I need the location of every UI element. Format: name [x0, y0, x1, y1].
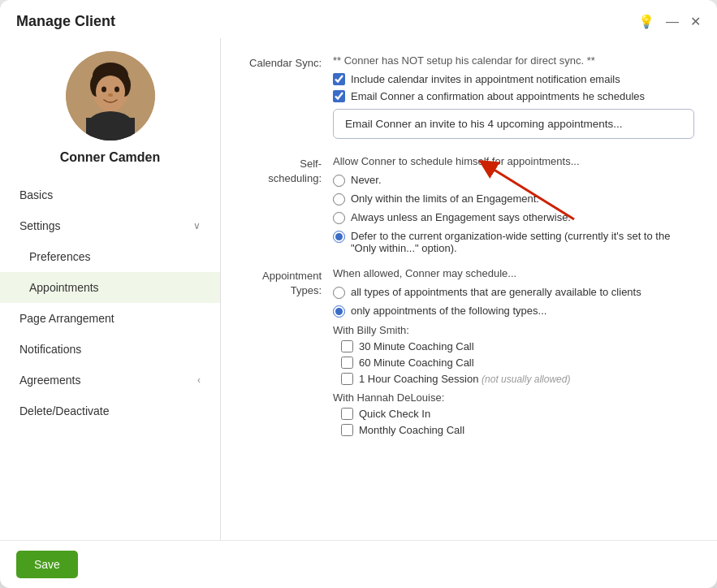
window-controls: 💡 — ✕: [638, 14, 701, 29]
at-option-only: only appointments of the following types…: [333, 305, 694, 318]
ss-option-always: Always unless an Engagement says otherwi…: [333, 211, 694, 224]
calendar-checkbox-row-2: Email Conner a confirmation about appoin…: [333, 90, 694, 102]
title-bar: Manage Client 💡 — ✕: [0, 0, 717, 38]
avatar: [66, 51, 155, 141]
at-all-label: all types of appointments that are gener…: [351, 286, 641, 298]
svg-point-8: [108, 93, 113, 97]
ss-always-label: Always unless an Engagement says otherwi…: [351, 211, 571, 223]
appt-1hour-label: 1 Hour Coaching Session (not usually all…: [359, 373, 570, 385]
sidebar-item-settings[interactable]: Settings ∨: [0, 210, 220, 241]
sidebar-item-basics-label: Basics: [19, 188, 53, 201]
appt-group-hannah: With Hannah DeLouise: Quick Check In Mon…: [333, 391, 694, 436]
appt-30min-checkbox[interactable]: [341, 340, 353, 352]
modal-body: Conner Camden Basics Settings ∨ Preferen…: [0, 38, 717, 540]
appt-item-60min: 60 Minute Coaching Call: [341, 357, 694, 369]
sidebar-item-basics[interactable]: Basics: [0, 179, 220, 210]
include-calendar-invites-checkbox[interactable]: [333, 73, 345, 85]
ss-always-radio[interactable]: [333, 212, 345, 224]
appt-60min-label: 60 Minute Coaching Call: [359, 357, 474, 369]
sidebar-item-agreements-label: Agreements: [19, 374, 80, 387]
main-content: Calendar Sync: ** Conner has NOT setup h…: [221, 38, 717, 540]
ss-within-radio[interactable]: [333, 193, 345, 205]
at-option-all: all types of appointments that are gener…: [333, 286, 694, 299]
include-calendar-invites-label: Include calendar invites in appointment …: [351, 73, 620, 85]
chevron-down-icon: ∨: [193, 220, 201, 231]
modal-footer: Save: [0, 540, 717, 588]
appt-1hour-checkbox[interactable]: [341, 373, 353, 385]
at-all-radio[interactable]: [333, 287, 345, 299]
sidebar-item-notifications[interactable]: Notifications: [0, 334, 220, 365]
ss-defer-label: Defer to the current organization-wide s…: [351, 230, 694, 254]
appt-item-quick-check-in: Quick Check In: [341, 408, 694, 420]
svg-point-5: [96, 76, 125, 108]
ss-option-within: Only within the limits of an Engagement.: [333, 192, 694, 205]
chevron-left-icon: ‹: [197, 374, 201, 386]
appt-item-monthly: Monthly Coaching Call: [341, 424, 694, 436]
self-scheduling-row: Self-scheduling: Allow Conner to schedul…: [244, 155, 694, 254]
sidebar: Conner Camden Basics Settings ∨ Preferen…: [0, 38, 221, 540]
email-confirmation-checkbox[interactable]: [333, 90, 345, 102]
at-only-radio[interactable]: [333, 305, 345, 318]
self-scheduling-label: Self-scheduling:: [244, 155, 333, 186]
client-name: Conner Camden: [60, 150, 161, 165]
sidebar-item-page-arrangement-label: Page Arrangement: [19, 312, 114, 325]
appointment-type-options: all types of appointments that are gener…: [333, 286, 694, 318]
self-scheduling-desc: Allow Conner to schedule himself for app…: [333, 155, 694, 167]
sidebar-item-settings-label: Settings: [19, 219, 61, 232]
ss-never-label: Never.: [351, 174, 382, 186]
calendar-sync-row: Calendar Sync: ** Conner has NOT setup h…: [244, 54, 694, 142]
appt-group-hannah-label: With Hannah DeLouise:: [333, 391, 694, 404]
minimize-icon[interactable]: —: [666, 15, 679, 29]
svg-rect-11: [86, 118, 135, 141]
appt-quick-check-in-label: Quick Check In: [359, 408, 430, 420]
self-scheduling-options: Never. Only within the limits of an Enga…: [333, 174, 694, 254]
sidebar-item-appointments[interactable]: Appointments: [0, 272, 220, 303]
appt-monthly-label: Monthly Coaching Call: [359, 424, 464, 436]
appointment-types-label: AppointmentTypes:: [244, 267, 333, 298]
close-icon[interactable]: ✕: [690, 14, 701, 29]
appt-monthly-checkbox[interactable]: [341, 424, 353, 436]
sidebar-item-delete-deactivate[interactable]: Delete/Deactivate: [0, 396, 220, 426]
appt-60min-checkbox[interactable]: [341, 357, 353, 369]
ss-option-defer: Defer to the current organization-wide s…: [333, 230, 694, 254]
ss-within-label: Only within the limits of an Engagement.: [351, 192, 539, 205]
sidebar-item-preferences[interactable]: Preferences: [0, 241, 220, 272]
calendar-sync-label: Calendar Sync:: [244, 54, 333, 71]
calendar-sync-note: ** Conner has NOT setup his calendar for…: [333, 54, 694, 67]
ss-option-never: Never.: [333, 174, 694, 187]
appt-1hour-text: 1 Hour Coaching Session: [359, 373, 478, 385]
svg-point-6: [102, 87, 106, 93]
modal-title: Manage Client: [16, 13, 115, 30]
appt-group-billy-label: With Billy Smith:: [333, 324, 694, 336]
appt-item-1hour: 1 Hour Coaching Session (not usually all…: [341, 373, 694, 385]
appointment-types-desc: When allowed, Conner may schedule...: [333, 267, 694, 279]
sidebar-item-appointments-label: Appointments: [29, 281, 99, 294]
sidebar-item-preferences-label: Preferences: [29, 250, 90, 263]
self-scheduling-content: Allow Conner to schedule himself for app…: [333, 155, 694, 254]
appt-quick-check-in-checkbox[interactable]: [341, 408, 353, 420]
hint-icon[interactable]: 💡: [638, 14, 654, 29]
calendar-checkbox-row-1: Include calendar invites in appointment …: [333, 73, 694, 85]
ss-defer-radio[interactable]: [333, 231, 345, 243]
appointment-types-content: When allowed, Conner may schedule... all…: [333, 267, 694, 440]
save-button[interactable]: Save: [16, 551, 78, 578]
appt-30min-label: 30 Minute Coaching Call: [359, 340, 474, 352]
appt-item-30min: 30 Minute Coaching Call: [341, 340, 694, 352]
appointment-types-row: AppointmentTypes: When allowed, Conner m…: [244, 267, 694, 440]
email-confirmation-label: Email Conner a confirmation about appoin…: [351, 90, 645, 102]
sidebar-navigation: Basics Settings ∨ Preferences Appointmen…: [0, 179, 220, 426]
appt-group-billy: With Billy Smith: 30 Minute Coaching Cal…: [333, 324, 694, 385]
calendar-sync-content: ** Conner has NOT setup his calendar for…: [333, 54, 694, 142]
at-only-label: only appointments of the following types…: [351, 305, 546, 317]
sidebar-item-notifications-label: Notifications: [19, 343, 81, 356]
svg-point-7: [114, 87, 119, 93]
sidebar-item-agreements[interactable]: Agreements ‹: [0, 365, 220, 396]
sidebar-item-delete-deactivate-label: Delete/Deactivate: [19, 404, 110, 417]
email-invite-button[interactable]: Email Conner an invite to his 4 upcoming…: [333, 109, 694, 139]
sidebar-item-page-arrangement[interactable]: Page Arrangement: [0, 303, 220, 334]
appt-1hour-note: (not usually allowed): [482, 374, 570, 385]
ss-never-radio[interactable]: [333, 175, 345, 187]
manage-client-modal: Manage Client 💡 — ✕: [0, 0, 717, 588]
